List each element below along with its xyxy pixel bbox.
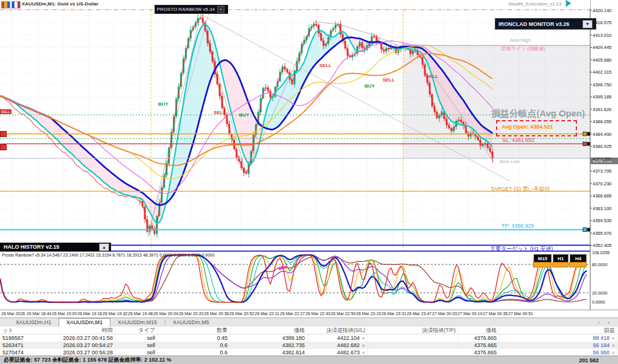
margin-summary: 必要証拠金: 57 723 余剰証拠金: 1 155 678 証拠金維持率: 2… bbox=[4, 356, 171, 364]
time-axis-label: 27 Mar 00:51 bbox=[508, 311, 536, 316]
candles-icon bbox=[11, 1, 21, 8]
oscillator-scale-label: 80.0000 bbox=[592, 263, 607, 267]
price-axis-label: 4398.750 bbox=[593, 82, 611, 88]
ea-logo-icon bbox=[566, 0, 572, 7]
account-status-bar: 必要証拠金: 57 723 余剰証拠金: 1 155 678 証拠金維持率: 2… bbox=[0, 356, 618, 364]
order-sell-tag: SELL bbox=[0, 109, 11, 114]
chart-annotation: Avg Open: 4384.521 bbox=[502, 124, 553, 130]
time-axis-label: 26 Mar 22:43 bbox=[305, 311, 333, 316]
time-axis-label: 26 Mar 22:59 bbox=[331, 311, 358, 316]
close-position-icon[interactable]: ✕ bbox=[611, 343, 615, 348]
signal-label: BUY bbox=[158, 101, 168, 107]
chart-titlebar: XAUUSDm,M1: Gold vs US-Dollar bbox=[0, 0, 590, 8]
price-axis-label: 4402.315 bbox=[593, 69, 611, 75]
tab-xauusdm-h1[interactable]: XAUUSDm,H1 bbox=[8, 319, 59, 327]
trade-table: ット時間タイプ数量価格決済逆指値(S/L)決済指値(T/P)価格損益519856… bbox=[0, 327, 618, 356]
tab-xauusdm-m5[interactable]: XAUUSDm,M5 bbox=[165, 319, 216, 327]
price-axis-label: 4359.535 bbox=[593, 218, 611, 223]
signal-label: BUY bbox=[239, 112, 249, 118]
column-header: 決済指値(T/P) bbox=[368, 327, 459, 334]
signal-label: BUY bbox=[365, 83, 375, 89]
table-cell: sell bbox=[116, 334, 158, 342]
chart-annotation: TARGET (S) 買い手損切 bbox=[491, 185, 550, 193]
timeframe-button-m15[interactable]: M15 bbox=[534, 254, 552, 263]
prosto-rainbow-bar: PROSTO RAINBOW v5.34 + bbox=[154, 5, 228, 14]
order-marker bbox=[0, 144, 7, 150]
table-cell bbox=[368, 334, 459, 342]
table-cell: 4482.682✕ bbox=[308, 342, 368, 349]
chart-annotation: 損益分岐点(Avg Open) bbox=[491, 108, 585, 120]
table-cell: 2026.03.27 00:54:27 bbox=[60, 342, 116, 349]
timeframe-status-bar bbox=[569, 262, 587, 267]
chart-annotation: Asia Low bbox=[500, 159, 519, 164]
price-axis-label: 4352.405 bbox=[593, 243, 611, 248]
halo-history-title: HALO HISTORY v2.15 bbox=[4, 244, 59, 250]
timeframe-button-h1[interactable]: H1 bbox=[553, 254, 569, 263]
chart-annotation: TP: 4356.925 bbox=[502, 223, 534, 229]
halo-history-bar: HALO HISTORY v2.15 ▲ bbox=[0, 243, 111, 251]
time-axis-label: 26 Mar 23:47 bbox=[407, 311, 435, 316]
tab-xauusdm-m1[interactable]: XAUUSDm,M1 bbox=[59, 318, 110, 327]
ironclad-monitor-title: IRONCLAD MONITOR v3.26 bbox=[499, 21, 569, 27]
price-axis-label: 4363.100 bbox=[593, 206, 611, 211]
price-axis-label: 4370.230 bbox=[593, 181, 611, 187]
time-axis-label: 26 Mar 20:04 bbox=[153, 311, 181, 316]
column-header: 決済逆指値(S/L) bbox=[308, 327, 368, 334]
ea-version-label: Stealth_Execution_v1.13 bbox=[508, 1, 562, 7]
expand-icon[interactable]: + bbox=[217, 6, 225, 13]
price-axis-label: 4395.185 bbox=[593, 94, 611, 100]
time-axis-label: 26 Mar 18:44 bbox=[27, 311, 54, 316]
time-axis-label: 27 Mar 00:35 bbox=[483, 311, 511, 316]
table-cell: 4382.735 bbox=[231, 342, 308, 349]
close-position-icon[interactable]: ✕ bbox=[611, 336, 615, 340]
time-axis-label: 26 Mar 23:15 bbox=[356, 311, 384, 316]
table-row[interactable]: 51985672026.03.27 00:41:58sell0.454389.1… bbox=[0, 334, 618, 342]
total-profit: 201 562 bbox=[579, 357, 599, 363]
price-axis-label: 4413.010 bbox=[593, 33, 611, 38]
oscillator-scale-label: 106.0255 bbox=[592, 251, 610, 255]
chevron-down-icon[interactable]: ▼ bbox=[582, 20, 593, 28]
signal-label: SELL bbox=[319, 63, 331, 68]
price-axis-label: 4388.055 bbox=[593, 119, 611, 124]
timeframe-button-h4[interactable]: H4 bbox=[570, 254, 587, 263]
table-cell: 4376.865 bbox=[459, 342, 500, 349]
time-axis-label: 26 Mar 20:52 bbox=[229, 311, 257, 316]
close-position-icon[interactable]: ✕ bbox=[362, 336, 365, 340]
table-cell bbox=[368, 342, 459, 349]
close-position-icon[interactable]: ✕ bbox=[362, 343, 365, 348]
time-axis-label: 26 Mar 20:36 bbox=[204, 311, 232, 316]
prosto-rainbow-title: PROSTO RAINBOW v5.34 bbox=[157, 7, 215, 12]
oscillator-scale-label: 20.0000 bbox=[592, 291, 607, 295]
table-row[interactable]: 52634712026.03.27 00:54:27sell0.64382.73… bbox=[0, 342, 618, 349]
table-header-row: ット時間タイプ数量価格決済逆指値(S/L)決済指値(T/P)価格損益 bbox=[0, 327, 618, 334]
column-header: ット bbox=[0, 327, 60, 334]
tab-xauusdm-m15[interactable]: XAUUSDm,M15 bbox=[110, 319, 164, 327]
column-header: 数量 bbox=[158, 327, 231, 334]
tab-scroll-arrows[interactable]: ‹ › bbox=[597, 320, 613, 325]
close-position-icon[interactable]: ✕ bbox=[362, 351, 365, 355]
price-axis-label: 4409.445 bbox=[593, 45, 611, 50]
signal-label: SELL bbox=[214, 110, 226, 115]
time-axis-label: 26 Mar 19:48 bbox=[128, 311, 156, 316]
chart-annotation: Asia High bbox=[510, 37, 530, 43]
time-axis-label: 26 Mar 22:11 bbox=[255, 311, 282, 316]
price-axis-label: 4416.575 bbox=[593, 20, 611, 25]
chart-annotation: SL: 4381.652 bbox=[502, 137, 535, 143]
time-axis-label: 27 Mar 00:19 bbox=[457, 311, 485, 316]
table-cell: 56 194✕ bbox=[500, 342, 618, 349]
price-axis-label: 4380.925 bbox=[593, 144, 611, 149]
timeframe-status-bar bbox=[533, 262, 552, 267]
price-axis-label: 4384.490 bbox=[593, 132, 611, 137]
collapse-up-icon[interactable]: ▲ bbox=[99, 243, 109, 251]
price-axis-label: 4373.795 bbox=[593, 168, 611, 174]
table-cell: 4422.104✕ bbox=[308, 334, 368, 342]
time-axis-label: 26 Mar 22:27 bbox=[280, 311, 308, 316]
time-axis-label: 26 Mar 19:00 bbox=[52, 311, 80, 316]
indicator-values-readout: Prosto Rainbow7 v5.34 14.5467 23.1490 17… bbox=[2, 253, 215, 257]
price-axis-label: 4420.140 bbox=[593, 8, 611, 13]
chart-annotation: 主要ターゲット (H1 安値) bbox=[490, 245, 553, 253]
time-axis-label: 26 Mar 2026 bbox=[1, 311, 29, 316]
mt5-terminal: XAUUSDm,M1: Gold vs US-Dollar Stealth_Ex… bbox=[0, 0, 618, 364]
price-axis-label: 4366.665 bbox=[593, 193, 611, 199]
close-position-icon[interactable]: ✕ bbox=[611, 351, 615, 355]
